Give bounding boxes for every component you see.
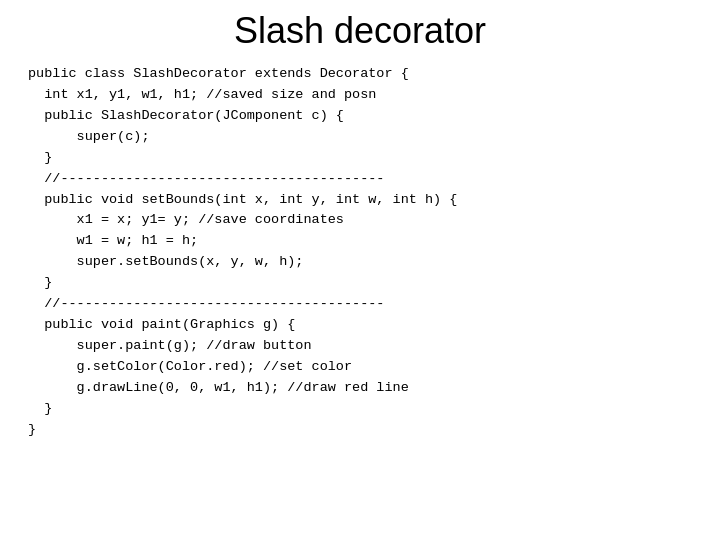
page-title: Slash decorator	[234, 10, 486, 52]
code-block: public class SlashDecorator extends Deco…	[20, 64, 457, 441]
page-container: Slash decorator public class SlashDecora…	[0, 0, 720, 540]
